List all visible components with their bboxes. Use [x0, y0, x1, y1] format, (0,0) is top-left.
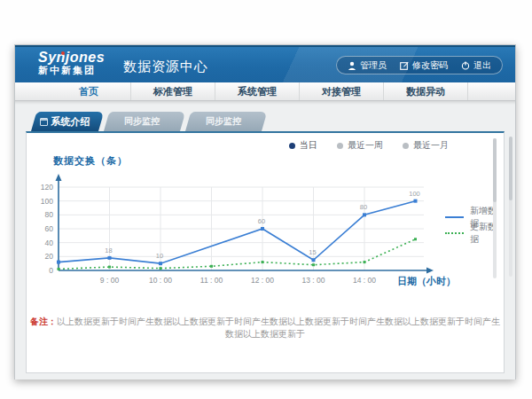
- tab-label: 同步监控: [124, 115, 160, 128]
- svg-text:9 : 00: 9 : 00: [100, 276, 120, 285]
- svg-text:40: 40: [45, 239, 54, 247]
- edit-icon: [400, 61, 409, 70]
- logout-button[interactable]: 退出: [461, 59, 491, 72]
- tab-sync-monitor-1[interactable]: 同步监控: [104, 112, 180, 131]
- footnote-label: 备注：: [30, 317, 57, 326]
- user-menu: 管理员 修改密码 退出: [336, 56, 503, 74]
- svg-text:18: 18: [105, 246, 112, 254]
- page-scrollbar[interactable]: [509, 137, 512, 277]
- logo-text: Synjones: [38, 51, 105, 66]
- page-background: Synjones 新中新集团 数据资源中心 管理员 修改密码: [0, 0, 532, 399]
- chart-panel: 当日 最近一周 最近一月 数据交换（条） 0204060801001209 : …: [26, 131, 505, 373]
- content-area: 系统介绍 同步监控 同步监控 当日: [15, 101, 515, 379]
- change-password-button[interactable]: 修改密码: [400, 59, 448, 72]
- power-icon: [461, 61, 470, 70]
- blue-line-icon: [445, 216, 464, 218]
- nav-item-standard-mgmt[interactable]: 标准管理: [131, 82, 215, 100]
- svg-text:0: 0: [49, 266, 53, 275]
- tab-label: 系统介绍: [51, 115, 90, 129]
- svg-text:13 : 00: 13 : 00: [302, 276, 325, 285]
- nav-item-home[interactable]: 首页: [47, 82, 131, 100]
- nav-item-data-change[interactable]: 数据异动: [384, 82, 468, 100]
- svg-text:60: 60: [258, 217, 265, 225]
- app-window: Synjones 新中新集团 数据资源中心 管理员 修改密码: [14, 44, 516, 379]
- svg-text:12 : 00: 12 : 00: [251, 276, 274, 285]
- footnote-text: 以上数据更新于时间产生数据以上数据更新于时间产生数据以上数据更新于时间产生数据以…: [57, 317, 500, 339]
- admin-label: 管理员: [360, 59, 387, 72]
- svg-text:100: 100: [409, 190, 420, 198]
- x-axis-title: 日期（小时）: [397, 275, 456, 288]
- logout-label: 退出: [473, 59, 491, 72]
- main-nav: 首页 标准管理 系统管理 对接管理 数据异动: [15, 82, 515, 101]
- svg-text:120: 120: [41, 183, 53, 192]
- nav-item-interface-mgmt[interactable]: 对接管理: [300, 82, 384, 100]
- nav-item-system-mgmt[interactable]: 系统管理: [215, 82, 300, 100]
- svg-text:100: 100: [41, 197, 53, 206]
- legend-label: 更新数据: [470, 221, 504, 246]
- svg-text:80: 80: [45, 210, 54, 219]
- svg-text:20: 20: [45, 252, 54, 261]
- tab-bar: 系统介绍 同步监控 同步监控: [31, 112, 262, 131]
- user-icon: [348, 61, 356, 70]
- logo-red-dot: [61, 51, 65, 55]
- change-password-label: 修改密码: [412, 59, 448, 72]
- tab-sync-monitor-2[interactable]: 同步监控: [185, 112, 262, 131]
- admin-button[interactable]: 管理员: [348, 59, 387, 72]
- panel-scrollbar[interactable]: [493, 138, 497, 278]
- page-title: 数据资源中心: [123, 59, 208, 75]
- svg-text:15: 15: [309, 248, 316, 256]
- svg-text:10: 10: [156, 252, 163, 260]
- svg-text:60: 60: [45, 224, 54, 233]
- tab-label: 同步监控: [206, 115, 241, 128]
- svg-text:11 : 00: 11 : 00: [200, 276, 223, 285]
- footnote: 备注：以上数据更新于时间产生数据以上数据更新于时间产生数据以上数据更新于时间产生…: [27, 316, 504, 340]
- svg-text:14 : 00: 14 : 00: [353, 276, 376, 285]
- line-chart: 0204060801001209 : 0010 : 0011 : 0012 : …: [27, 133, 507, 293]
- logo-subtext: 新中新集团: [38, 66, 105, 76]
- tab-system-intro[interactable]: 系统介绍: [31, 112, 98, 131]
- app-header: Synjones 新中新集团 数据资源中心 管理员 修改密码: [15, 45, 515, 82]
- svg-text:80: 80: [360, 203, 367, 211]
- green-dotted-line-icon: [445, 232, 464, 234]
- svg-text:10 : 00: 10 : 00: [149, 276, 172, 285]
- logo: Synjones 新中新集团: [38, 51, 105, 75]
- document-icon: [40, 118, 48, 126]
